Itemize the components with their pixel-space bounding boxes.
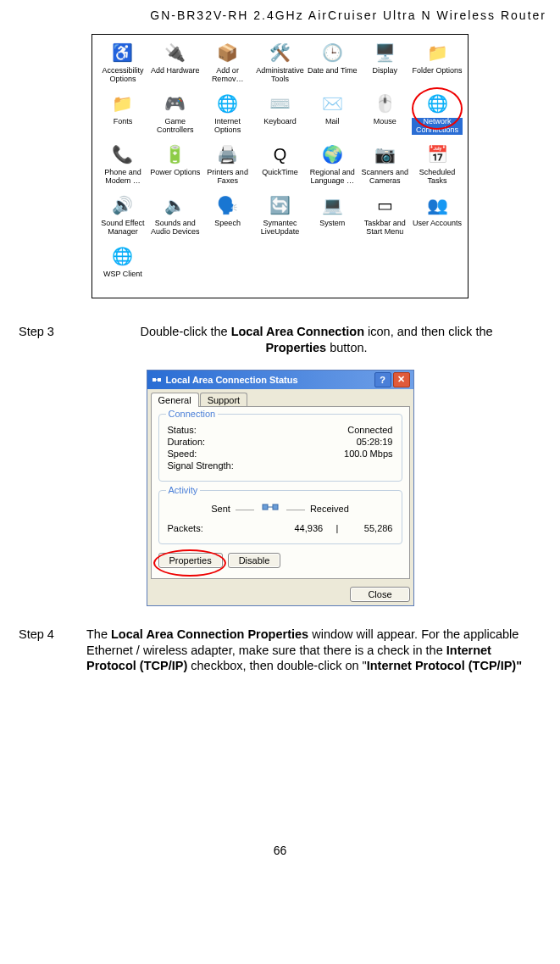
cp-item-printers-and-faxes[interactable]: 🖨️Printers and Faxes <box>202 142 253 191</box>
cp-item-internet-options[interactable]: 🌐Internet Options <box>202 91 253 140</box>
activity-legend: Activity <box>166 485 201 495</box>
cp-label: Add Hardware <box>151 67 200 75</box>
cp-item-sound-effect-manager[interactable]: 🔊Sound Effect Manager <box>97 192 148 242</box>
cp-item-sounds-and-audio-devices[interactable]: 🔈Sounds and Audio Devices <box>150 192 201 242</box>
cp-item-folder-options[interactable]: 📁Folder Options <box>412 40 463 89</box>
lan-status-dialog: Local Area Connection Status ? ✕ General… <box>147 370 414 606</box>
cp-icon: ✉️ <box>319 91 345 116</box>
received-label: Received <box>310 504 349 514</box>
svg-rect-1 <box>158 378 161 382</box>
help-button[interactable]: ? <box>374 372 391 387</box>
cp-item-power-options[interactable]: 🔋Power Options <box>150 142 201 191</box>
packets-label: Packets: <box>168 523 203 533</box>
tab-body: Connection Status:Connected Duration:05:… <box>151 406 410 579</box>
page-number: 66 <box>8 844 552 857</box>
cp-icon: 🖥️ <box>372 40 397 65</box>
cp-item-speech[interactable]: 🗣️Speech <box>202 192 253 242</box>
cp-item-date-and-time[interactable]: 🕒Date and Time <box>307 40 358 89</box>
connection-icon <box>151 374 163 386</box>
packets-sent: 44,936 <box>294 523 323 533</box>
disable-button[interactable]: Disable <box>228 553 281 568</box>
cp-icon: 🌐 <box>424 91 450 116</box>
cp-item-add-hardware[interactable]: 🔌Add Hardware <box>150 40 201 89</box>
cp-icon: 📅 <box>424 142 450 167</box>
sent-label: Sent <box>211 504 230 514</box>
cp-item-mouse[interactable]: 🖱️Mouse <box>359 91 410 140</box>
duration-label: Duration: <box>168 437 206 447</box>
cp-item-display[interactable]: 🖥️Display <box>359 40 410 89</box>
dialog-title: Local Area Connection Status <box>166 375 373 385</box>
cp-label: QuickTime <box>262 169 298 177</box>
status-label: Status: <box>168 425 197 435</box>
cp-icon: 🖱️ <box>372 91 397 116</box>
cp-item-wsp-client[interactable]: 🌐WSP Client <box>97 243 148 293</box>
cp-label: Scanners and Cameras <box>359 169 410 186</box>
step3-label: Step 3 <box>14 324 86 356</box>
cp-item-quicktime[interactable]: QQuickTime <box>255 142 306 191</box>
cp-label: Mail <box>325 118 340 126</box>
control-panel-window: ♿Accessibility Options🔌Add Hardware📦Add … <box>91 34 469 298</box>
cp-item-game-controllers[interactable]: 🎮Game Controllers <box>150 91 201 140</box>
cp-label: Mouse <box>374 118 396 126</box>
step4-label: Step 4 <box>14 627 86 675</box>
cp-label: Administrative Tools <box>255 67 306 84</box>
connection-legend: Connection <box>166 409 219 419</box>
cp-item-phone-and-modem[interactable]: 📞Phone and Modem … <box>97 142 148 191</box>
cp-label: Display <box>372 67 397 75</box>
cp-label: Folder Options <box>413 67 463 75</box>
cp-label: Sounds and Audio Devices <box>150 220 201 237</box>
cp-icon: ▭ <box>372 192 397 218</box>
cp-item-regional-and-language[interactable]: 🌍Regional and Language … <box>307 142 358 191</box>
cp-icon: ♿ <box>110 40 136 65</box>
cp-icon: 🔊 <box>110 192 136 218</box>
svg-rect-3 <box>263 504 268 510</box>
cp-item-fonts[interactable]: 📁Fonts <box>97 91 148 140</box>
cp-item-accessibility-options[interactable]: ♿Accessibility Options <box>97 40 148 89</box>
packets-sep: | <box>335 523 338 533</box>
cp-label: Game Controllers <box>150 118 201 135</box>
svg-rect-0 <box>152 378 156 382</box>
dash-left: —— <box>236 504 254 514</box>
step3-block: Step 3 Double-click the Local Area Conne… <box>14 324 546 356</box>
speed-label: Speed: <box>168 449 197 459</box>
close-button[interactable]: ✕ <box>393 372 410 387</box>
step4-block: Step 4 The Local Area Connection Propert… <box>14 627 546 675</box>
cp-item-keyboard[interactable]: ⌨️Keyboard <box>255 91 306 140</box>
cp-icon: Q <box>267 142 292 167</box>
cp-label: Printers and Faxes <box>202 169 253 186</box>
cp-item-taskbar-and-start-menu[interactable]: ▭Taskbar and Start Menu <box>359 192 410 242</box>
page-header: GN-BR32V-RH 2.4GHz AirCruiser Ultra N Wi… <box>8 8 552 22</box>
cp-item-administrative-tools[interactable]: 🛠️Administrative Tools <box>255 40 306 89</box>
cp-icon: 🔌 <box>163 40 188 65</box>
activity-icon <box>259 499 281 518</box>
cp-icon: 🛠️ <box>267 40 292 65</box>
cp-icon: 🌍 <box>319 142 345 167</box>
cp-label: Network Connections <box>412 118 463 135</box>
cp-item-add-or-remov[interactable]: 📦Add or Remov… <box>202 40 253 89</box>
cp-label: Sound Effect Manager <box>97 220 148 237</box>
duration-value: 05:28:19 <box>357 437 393 447</box>
packets-received: 55,286 <box>364 523 393 533</box>
tab-general[interactable]: General <box>151 393 199 407</box>
cp-item-symantec-liveupdate[interactable]: 🔄Symantec LiveUpdate <box>255 192 306 242</box>
tab-support[interactable]: Support <box>200 393 248 407</box>
cp-icon: 📷 <box>372 142 397 167</box>
close-dialog-button[interactable]: Close <box>350 587 409 602</box>
activity-group: Activity Sent —— —— Received <box>158 490 402 544</box>
cp-icon: 📞 <box>110 142 136 167</box>
cp-item-scanners-and-cameras[interactable]: 📷Scanners and Cameras <box>359 142 410 191</box>
cp-item-system[interactable]: 💻System <box>307 192 358 242</box>
cp-icon: 🌐 <box>215 91 241 116</box>
step4-text: The Local Area Connection Properties win… <box>86 627 546 675</box>
cp-label: Taskbar and Start Menu <box>359 220 410 237</box>
cp-item-network-connections[interactable]: 🌐Network Connections <box>412 91 463 140</box>
cp-icon: 🎮 <box>163 91 188 116</box>
properties-button[interactable]: Properties <box>158 553 223 568</box>
cp-item-mail[interactable]: ✉️Mail <box>307 91 358 140</box>
cp-item-user-accounts[interactable]: 👥User Accounts <box>412 192 463 242</box>
speed-value: 100.0 Mbps <box>344 449 392 459</box>
cp-icon: 🖨️ <box>215 142 241 167</box>
cp-label: Scheduled Tasks <box>412 169 463 186</box>
cp-icon: 🗣️ <box>215 192 241 218</box>
cp-item-scheduled-tasks[interactable]: 📅Scheduled Tasks <box>412 142 463 191</box>
